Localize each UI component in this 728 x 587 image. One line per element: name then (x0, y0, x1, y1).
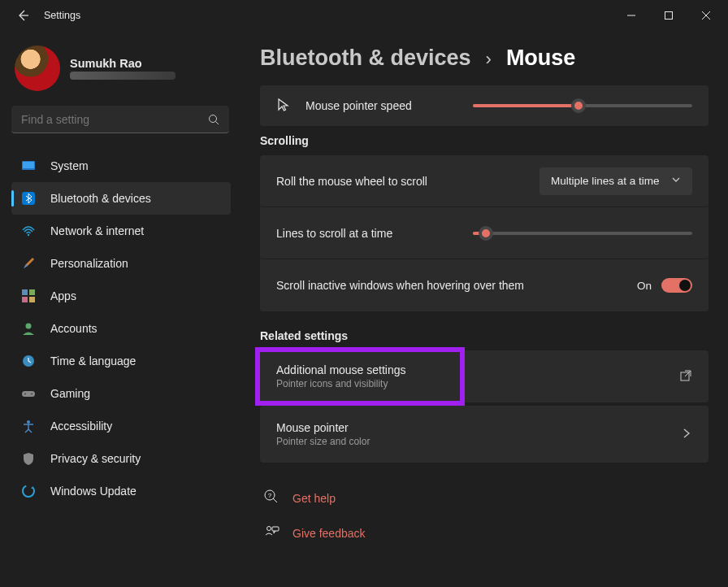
search-icon (208, 114, 219, 125)
mouse-pointer-sub: Pointer size and color (276, 436, 679, 447)
gamepad-icon (21, 386, 36, 401)
additional-settings-sub: Pointer icons and visibility (276, 378, 388, 389)
card-roll-wheel: Roll the mouse wheel to scroll Multiple … (260, 155, 708, 207)
main-content: Bluetooth & devices › Mouse Mouse pointe… (240, 31, 728, 587)
svg-point-10 (26, 324, 32, 329)
pointer-speed-label: Mouse pointer speed (306, 99, 473, 112)
roll-wheel-label: Roll the mouse wheel to scroll (276, 175, 540, 188)
roll-wheel-dropdown[interactable]: Multiple lines at a time (540, 167, 692, 195)
related-header: Related settings (260, 329, 708, 342)
profile-email-redacted (70, 72, 176, 80)
clock-icon (21, 354, 36, 368)
sidebar-item-personalization[interactable]: Personalization (11, 247, 231, 280)
scrolling-header: Scrolling (260, 134, 708, 147)
svg-point-14 (31, 394, 32, 395)
svg-rect-12 (22, 391, 35, 397)
update-icon (21, 484, 36, 498)
sidebar-item-network[interactable]: Network & internet (11, 215, 231, 247)
chevron-down-icon (671, 175, 681, 187)
card-additional-mouse-settings[interactable]: Additional mouse settings Pointer icons … (260, 350, 708, 402)
sidebar-item-bluetooth[interactable]: Bluetooth & devices (11, 182, 231, 215)
give-feedback-label: Give feedback (292, 527, 366, 540)
svg-point-20 (267, 527, 271, 531)
minimize-button[interactable] (613, 2, 650, 28)
mouse-pointer-title: Mouse pointer (276, 421, 679, 434)
sidebar-item-accessibility[interactable]: Accessibility (11, 410, 231, 442)
paintbrush-icon (21, 256, 36, 271)
maximize-button[interactable] (650, 2, 687, 28)
bluetooth-icon (21, 191, 36, 206)
sidebar-item-accounts[interactable]: Accounts (11, 312, 231, 345)
svg-rect-0 (665, 12, 673, 20)
person-icon (21, 321, 36, 336)
cursor-icon (276, 98, 291, 115)
chevron-right-icon (681, 428, 692, 441)
apps-icon (21, 289, 36, 303)
sidebar-item-gaming[interactable]: Gaming (11, 377, 231, 410)
close-button[interactable] (687, 2, 725, 28)
external-link-icon (679, 369, 692, 385)
card-mouse-pointer[interactable]: Mouse pointer Pointer size and color (260, 406, 708, 463)
sidebar-item-time[interactable]: Time & language (11, 345, 231, 377)
card-lines-scroll: Lines to scroll at a time (260, 207, 708, 259)
svg-point-16 (23, 485, 34, 497)
shield-icon (21, 451, 36, 466)
svg-rect-8 (22, 297, 28, 302)
sidebar-item-apps[interactable]: Apps (11, 280, 231, 312)
sidebar: Sumukh Rao System Bluetooth & devices Ne… (0, 31, 240, 587)
feedback-icon (263, 524, 280, 542)
help-icon: ? (263, 489, 280, 507)
sidebar-item-system[interactable]: System (11, 150, 231, 182)
get-help-link[interactable]: ? Get help (260, 484, 708, 519)
give-feedback-link[interactable]: Give feedback (260, 519, 708, 554)
breadcrumb: Bluetooth & devices › Mouse (260, 46, 708, 71)
additional-settings-title: Additional mouse settings (276, 363, 406, 376)
svg-rect-6 (22, 289, 28, 295)
breadcrumb-current: Mouse (506, 46, 576, 71)
wifi-icon (21, 224, 36, 238)
back-button[interactable] (16, 9, 29, 22)
card-inactive-scroll: Scroll inactive windows when hovering ov… (260, 259, 708, 311)
inactive-scroll-state: On (637, 280, 652, 292)
svg-point-1 (210, 115, 217, 122)
svg-rect-3 (23, 162, 34, 168)
window-title: Settings (44, 10, 80, 21)
pointer-speed-slider[interactable] (473, 104, 692, 107)
get-help-label: Get help (292, 492, 336, 505)
search-box[interactable] (11, 106, 229, 133)
lines-scroll-label: Lines to scroll at a time (276, 227, 473, 240)
svg-point-13 (24, 394, 26, 395)
svg-point-15 (27, 420, 30, 424)
svg-rect-7 (29, 289, 35, 295)
display-icon (21, 159, 36, 173)
titlebar: Settings (0, 0, 728, 31)
svg-rect-21 (272, 527, 279, 531)
accessibility-icon (21, 419, 36, 433)
inactive-scroll-label: Scroll inactive windows when hovering ov… (276, 279, 637, 292)
profile-name: Sumukh Rao (70, 57, 176, 70)
svg-point-5 (28, 234, 29, 236)
svg-rect-9 (29, 297, 35, 302)
chevron-right-icon: › (486, 49, 492, 70)
search-input[interactable] (21, 113, 200, 126)
roll-wheel-value: Multiple lines at a time (551, 175, 660, 187)
breadcrumb-parent[interactable]: Bluetooth & devices (260, 46, 471, 71)
profile-block[interactable]: Sumukh Rao (11, 41, 231, 102)
inactive-scroll-toggle[interactable] (661, 278, 692, 293)
sidebar-item-privacy[interactable]: Privacy & security (11, 442, 231, 475)
sidebar-item-update[interactable]: Windows Update (11, 475, 231, 507)
svg-text:?: ? (268, 492, 272, 499)
lines-scroll-slider[interactable] (473, 232, 692, 235)
avatar (15, 46, 60, 91)
card-pointer-speed: Mouse pointer speed (260, 85, 708, 126)
